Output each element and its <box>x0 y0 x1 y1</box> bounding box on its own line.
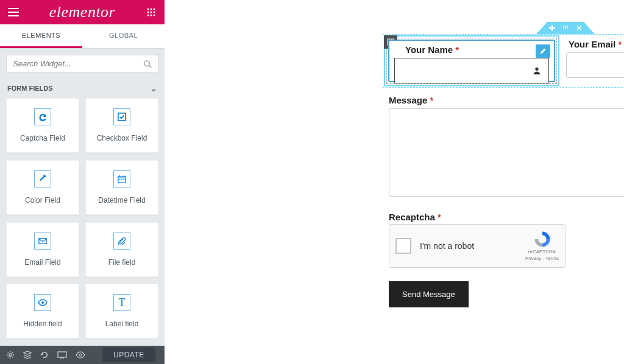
widget-label-field[interactable]: T Label field <box>85 284 158 338</box>
svg-point-33 <box>535 68 538 71</box>
widget-captcha-field[interactable]: Captcha Field <box>6 98 79 153</box>
widget-label: Label field <box>105 320 139 328</box>
column-email[interactable]: Your Email * <box>561 35 624 86</box>
svg-point-21 <box>9 354 12 356</box>
svg-point-27 <box>567 26 568 27</box>
delete-section-icon[interactable]: ✕ <box>576 24 583 32</box>
svg-point-20 <box>41 301 44 304</box>
chevron-down-icon: ⌄ <box>150 83 157 93</box>
responsive-icon[interactable] <box>57 351 67 359</box>
drag-section-icon[interactable] <box>562 25 569 31</box>
eye-icon <box>34 294 51 311</box>
apps-icon[interactable] <box>144 5 158 19</box>
section-controls: ✕ <box>536 22 595 34</box>
svg-point-9 <box>144 60 150 66</box>
menu-icon[interactable] <box>6 5 21 19</box>
logo: elementor <box>49 3 115 21</box>
svg-point-4 <box>151 12 152 13</box>
tab-global[interactable]: GLOBAL <box>82 24 165 48</box>
name-field-widget[interactable]: Your Name * <box>388 40 555 82</box>
add-section-icon[interactable] <box>549 25 555 31</box>
navigator-icon[interactable] <box>23 351 32 359</box>
refresh-icon <box>34 108 51 125</box>
checkbox-icon <box>113 108 130 125</box>
message-textarea[interactable] <box>389 108 624 197</box>
svg-point-3 <box>147 12 149 13</box>
recaptcha-checkbox[interactable] <box>395 238 411 254</box>
name-field-label: Your Name * <box>405 44 459 55</box>
search-input[interactable] <box>13 59 143 68</box>
widget-label: Datetime Field <box>98 196 145 205</box>
sidebar-topbar: elementor <box>0 0 165 24</box>
search-box <box>6 55 158 72</box>
svg-rect-18 <box>124 179 125 180</box>
svg-point-26 <box>565 26 566 27</box>
user-icon <box>533 66 541 75</box>
svg-rect-19 <box>39 238 46 243</box>
svg-rect-11 <box>118 113 126 121</box>
email-field-label: Your Email * <box>569 39 622 49</box>
svg-point-29 <box>565 27 566 29</box>
edit-widget-icon[interactable] <box>536 44 550 58</box>
submit-button[interactable]: Send Message <box>389 281 469 307</box>
svg-point-1 <box>151 9 152 10</box>
paperclip-icon <box>113 233 130 250</box>
widget-datetime-field[interactable]: Datetime Field <box>85 160 158 215</box>
recaptcha-widget: I'm not a robot reCAPTCHA Privacy - Term… <box>389 224 566 268</box>
update-button[interactable]: UPDATE <box>102 348 155 362</box>
email-input[interactable] <box>566 52 624 78</box>
svg-point-2 <box>154 9 155 10</box>
svg-point-0 <box>147 9 149 10</box>
recaptcha-logo-icon <box>532 230 553 248</box>
widget-file-field[interactable]: File field <box>85 222 158 277</box>
svg-line-10 <box>149 65 152 68</box>
widget-hidden-field[interactable]: Hidden field <box>6 284 79 338</box>
svg-point-25 <box>563 26 564 27</box>
text-icon: T <box>113 294 130 311</box>
svg-point-6 <box>147 15 149 16</box>
svg-point-30 <box>567 27 568 29</box>
widget-label: Captcha Field <box>20 134 65 142</box>
svg-point-7 <box>151 15 152 16</box>
widget-label: File field <box>108 258 136 267</box>
search-icon[interactable] <box>143 60 152 68</box>
name-input[interactable] <box>394 58 549 83</box>
preview-icon[interactable] <box>76 351 85 359</box>
tab-elements[interactable]: ELEMENTS <box>0 24 82 48</box>
svg-point-28 <box>563 27 564 29</box>
widget-checkbox-field[interactable]: Checkbox Field <box>85 98 158 153</box>
widget-color-field[interactable]: Color Field <box>6 160 79 215</box>
recaptcha-text: I'm not a robot <box>420 241 525 251</box>
widget-label: Checkbox Field <box>97 134 147 142</box>
svg-point-5 <box>154 12 155 13</box>
svg-rect-16 <box>119 179 121 180</box>
message-field-label: Message * <box>389 95 433 105</box>
svg-point-24 <box>79 354 82 356</box>
accordion-form-fields[interactable]: FORM FIELDS ⌄ <box>0 79 165 98</box>
widget-label: Color Field <box>25 196 60 205</box>
svg-point-8 <box>154 15 155 16</box>
widget-email-field[interactable]: Email Field <box>6 222 79 277</box>
widgets-grid: Captcha Field Checkbox Field Color Field… <box>0 98 165 346</box>
editor-canvas: ✕ Your Name * Your Email * Message * <box>165 0 624 364</box>
widget-label: Hidden field <box>23 320 62 328</box>
elementor-sidebar: elementor ELEMENTS GLOBAL FORM FIELDS ⌄ … <box>0 0 165 364</box>
bottom-bar: UPDATE ▴ <box>0 346 165 364</box>
panel-tabs: ELEMENTS GLOBAL <box>0 24 165 49</box>
history-icon[interactable] <box>40 351 49 359</box>
recaptcha-branding: reCAPTCHA Privacy - Terms <box>525 230 559 262</box>
column-name[interactable]: Your Name * <box>384 35 559 86</box>
accordion-label: FORM FIELDS <box>7 85 53 92</box>
widget-label: Email Field <box>24 258 60 267</box>
svg-rect-17 <box>121 179 122 180</box>
eyedropper-icon <box>34 170 51 187</box>
envelope-icon <box>34 233 51 250</box>
svg-rect-22 <box>58 352 66 357</box>
settings-icon[interactable] <box>6 351 15 359</box>
recaptcha-field-label: Recaptcha * <box>389 212 441 222</box>
calendar-icon <box>113 170 130 187</box>
